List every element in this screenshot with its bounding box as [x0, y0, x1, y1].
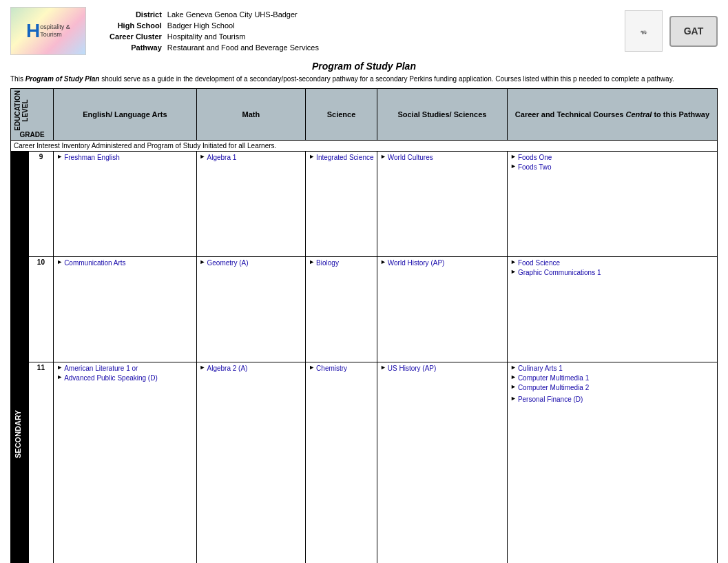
table-row: 11 ► American Literature 1 or ► Advanced…	[11, 362, 718, 563]
page-title: Program of Study Plan	[10, 61, 718, 72]
math-10: ►Geometry (A)	[196, 256, 306, 362]
math-11: ►Algebra 2 (A)	[196, 362, 306, 563]
table-row: SECONDARY 9 ►Freshman English ►Algebra 1…	[11, 151, 718, 256]
soc-9: ►World Cultures	[377, 151, 507, 256]
eng-9: ►Freshman English	[54, 151, 196, 256]
district-label: District	[107, 9, 165, 20]
pathway-label: Pathway	[107, 42, 165, 53]
secondary-label: SECONDARY	[14, 153, 22, 563]
sci-9: ►Integrated Science	[306, 151, 377, 256]
sci-11: ►Chemistry	[306, 362, 377, 563]
table-row: 10 ►Communication Arts ►Geometry (A) ►Bi…	[11, 256, 718, 362]
plan-description: This Program of Study Plan should serve …	[10, 74, 718, 84]
secondary-label-cell: SECONDARY	[11, 151, 29, 563]
badger-logo: 🦡	[625, 10, 663, 52]
highschool-label: High School	[107, 20, 165, 31]
highschool-value: Badger High School	[165, 20, 322, 31]
eng-11: ► American Literature 1 or ► Advanced Pu…	[54, 362, 196, 563]
span-row-1: Career Interest Inventory Administered a…	[11, 140, 718, 151]
th-social: Social Studies/ Sciences	[377, 89, 507, 141]
th-math: Math	[196, 89, 306, 141]
th-english: English/ Language Arts	[54, 89, 196, 141]
cluster-label: Career Cluster	[107, 31, 165, 42]
header-info: District Lake Geneva Genoa City UHS-Badg…	[107, 9, 625, 53]
school-logo: H ospitality &Tourism	[10, 7, 93, 55]
grade-9: 9	[28, 151, 54, 256]
eng-10: ►Communication Arts	[54, 256, 196, 362]
math-9: ►Algebra 1	[196, 151, 306, 256]
ctc-10: ►Food Science ►Graphic Communications 1	[507, 256, 717, 362]
ctc-11: ►Culinary Arts 1 ►Computer Multimedia 1 …	[507, 362, 717, 563]
pathway-value: Restaurant and Food and Beverage Service…	[165, 42, 322, 53]
program-table: EDUCATIONLEVEL GRADE English/ Language A…	[10, 88, 718, 563]
grade-header: GRADE	[14, 131, 50, 139]
th-ctc: Career and Technical Courses Central to …	[507, 89, 717, 141]
soc-10: ►World History (AP)	[377, 256, 507, 362]
grade-11: 11	[28, 362, 54, 563]
span-msg-1: Career Interest Inventory Administered a…	[11, 140, 718, 151]
district-value: Lake Geneva Genoa City UHS-Badger	[165, 9, 322, 20]
soc-11: ►US History (AP)	[377, 362, 507, 563]
partner-logos: 🦡 GAT	[625, 10, 718, 52]
sci-10: ►Biology	[306, 256, 377, 362]
th-edu-grade: EDUCATIONLEVEL GRADE	[11, 89, 54, 141]
page-header: H ospitality &Tourism District Lake Gene…	[10, 7, 718, 55]
education-level-header: EDUCATIONLEVEL	[14, 90, 29, 131]
th-science: Science	[306, 89, 377, 141]
cluster-value: Hospitality and Tourism	[165, 31, 322, 42]
gat-logo: GAT	[669, 16, 718, 47]
ctc-9: ►Foods One ►Foods Two	[507, 151, 717, 256]
grade-10: 10	[28, 256, 54, 362]
